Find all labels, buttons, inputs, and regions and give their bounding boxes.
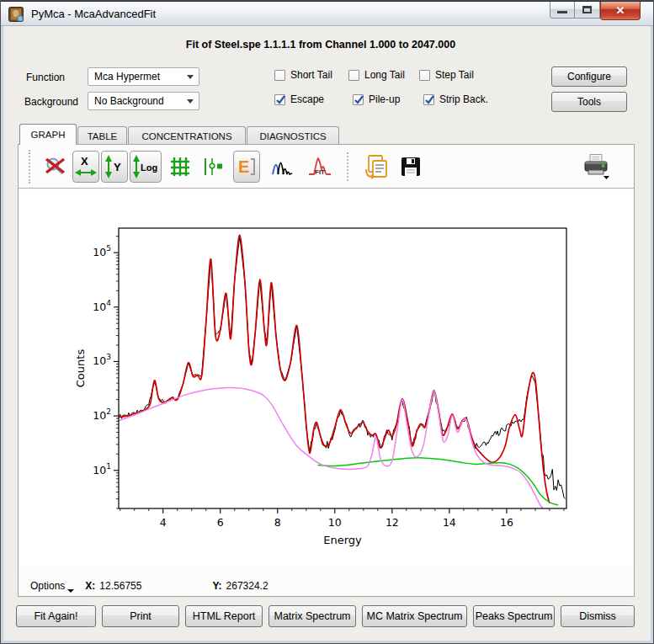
minimize-icon	[557, 11, 567, 13]
caret-down-icon	[67, 589, 74, 593]
fit-letters: FIT	[315, 168, 325, 176]
svg-text:103: 103	[93, 353, 111, 367]
maximize-icon	[582, 6, 592, 13]
function-combobox[interactable]: Mca Hypermet	[88, 67, 199, 86]
checkbox-box	[274, 70, 285, 81]
background-value: No Background	[94, 95, 164, 107]
svg-text:105: 105	[93, 244, 111, 258]
html-report-button[interactable]: HTML Report	[185, 605, 263, 627]
print-button[interactable]: Print	[102, 605, 179, 627]
checkbox-label: Pile-up	[369, 93, 400, 105]
fit-summary-title: Fit of Steel.spe 1.1.1.1 from Channel 1.…	[1, 39, 641, 51]
checkbox-box	[348, 70, 359, 81]
checkbox-label: Strip Back.	[439, 93, 488, 105]
function-value: Mca Hypermet	[94, 71, 160, 82]
background-combobox[interactable]: No Background	[88, 92, 199, 110]
checkbox-box	[274, 94, 285, 105]
titlebar[interactable]: PyMca - McaAdvancedFit ✕	[1, 1, 654, 26]
action-button-row: Fit Again! Print HTML Report Matrix Spec…	[16, 605, 635, 627]
save-icon[interactable]	[401, 157, 421, 177]
checkbox-box	[353, 94, 364, 105]
toolbar-drag-handle[interactable]	[29, 150, 34, 184]
x-autoscale-button[interactable]: X	[72, 151, 99, 183]
peaks-spectrum-button[interactable]: Peaks Spectrum	[473, 605, 555, 627]
matrix-spectrum-button[interactable]: Matrix Spectrum	[269, 605, 356, 627]
checkbox-pileup[interactable]: Pile-up	[353, 93, 400, 105]
checkbox-step-tail[interactable]: Step Tail	[419, 69, 474, 81]
svg-text:4: 4	[160, 516, 167, 529]
graph-panel: X Y Log	[18, 144, 635, 597]
close-icon: ✕	[616, 4, 625, 17]
cursor-statusbar: Options X: 12.56755 Y: 267324.2	[19, 577, 634, 595]
svg-text:8: 8	[274, 516, 281, 529]
app-icon	[8, 7, 24, 22]
checkbox-label: Escape	[290, 93, 324, 105]
mc-matrix-spectrum-button[interactable]: MC Matrix Spectrum	[362, 605, 467, 627]
energy-letter: E	[238, 157, 249, 176]
svg-text:Counts: Counts	[74, 349, 87, 388]
maximize-button[interactable]	[575, 2, 600, 19]
close-button[interactable]: ✕	[600, 2, 641, 20]
checkbox-box	[423, 94, 434, 105]
fit-again-button[interactable]: Fit Again!	[16, 605, 96, 627]
grid-toggle-icon[interactable]	[169, 156, 191, 178]
tab-diagnostics[interactable]: DIAGNOSTICS	[247, 126, 339, 145]
window-title: PyMca - McaAdvancedFit	[31, 2, 156, 27]
energy-axis-button[interactable]: E	[233, 151, 260, 183]
svg-text:Energy: Energy	[323, 534, 362, 546]
svg-text:101: 101	[93, 462, 111, 476]
svg-text:104: 104	[93, 299, 111, 313]
log-letters: Log	[141, 162, 157, 173]
checkbox-strip-back[interactable]: Strip Back.	[423, 93, 488, 105]
tab-table[interactable]: TABLE	[77, 126, 127, 145]
copy-clipboard-icon[interactable]	[363, 154, 390, 179]
dismiss-button[interactable]: Dismiss	[561, 605, 635, 627]
tab-concentrations[interactable]: CONCENTRATIONS	[128, 126, 246, 145]
function-label: Function	[26, 72, 65, 83]
cursor-y-label: Y:	[212, 580, 221, 592]
svg-text:102: 102	[93, 407, 111, 422]
svg-text:6: 6	[217, 516, 224, 529]
background-label: Background	[24, 96, 78, 108]
pymca-window: PyMca - McaAdvancedFit ✕ Fit of Steel.sp…	[0, 0, 654, 644]
cursor-y-value: 267324.2	[226, 580, 269, 592]
log-toggle-button[interactable]: Log	[130, 151, 162, 183]
minimize-button[interactable]	[550, 2, 575, 19]
checkbox-label: Long Tail	[364, 69, 405, 81]
chevron-down-icon	[187, 99, 194, 104]
cursor-x-value: 12.56755	[99, 580, 141, 592]
fit-action-icon[interactable]: FIT	[307, 155, 332, 178]
configure-button[interactable]: Configure	[551, 67, 627, 87]
cursor-x-label: X:	[85, 580, 95, 592]
svg-text:14: 14	[443, 516, 456, 529]
checkbox-short-tail[interactable]: Short Tail	[274, 69, 332, 81]
tab-graph[interactable]: GRAPH	[19, 124, 77, 145]
spectrum-svg[interactable]: 46810121416101102103104105CountsEnergy	[19, 189, 634, 567]
print-icon[interactable]	[582, 153, 610, 180]
y-autoscale-letter: Y	[114, 161, 121, 173]
y-autoscale-button[interactable]: Y	[101, 151, 128, 183]
tools-button[interactable]: Tools	[551, 92, 627, 112]
checkbox-label: Step Tail	[435, 69, 474, 81]
fit-curves-icon[interactable]	[271, 156, 293, 178]
peak-markers-icon[interactable]	[203, 156, 225, 178]
svg-text:16: 16	[500, 516, 513, 529]
graph-toolbar: X Y Log	[19, 145, 634, 189]
checkbox-box	[419, 70, 430, 81]
options-menu[interactable]: Options	[30, 580, 74, 592]
checkbox-label: Short Tail	[290, 69, 332, 81]
toolbar-separator	[347, 152, 352, 181]
checkbox-escape[interactable]: Escape	[274, 93, 324, 105]
spectrum-plot[interactable]: 46810121416101102103104105CountsEnergy	[19, 189, 634, 567]
checkbox-long-tail[interactable]: Long Tail	[348, 69, 405, 81]
chevron-down-icon	[187, 75, 194, 79]
zoom-reset-icon[interactable]	[44, 155, 67, 178]
svg-text:10: 10	[328, 516, 342, 529]
svg-text:12: 12	[385, 516, 399, 529]
x-autoscale-letter: X	[81, 155, 88, 168]
